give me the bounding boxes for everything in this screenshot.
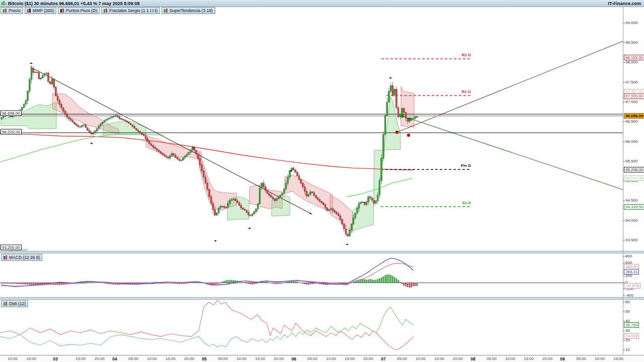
- time-axis-day-label: 04: [112, 356, 117, 361]
- time-axis-label: 05:00: [487, 356, 497, 361]
- indicator-button-dmi[interactable]: DMI (12): [1, 300, 28, 307]
- time-axis-label: 10:00: [147, 356, 157, 361]
- time-axis-label: 15:00: [166, 356, 176, 361]
- time-axis-day-label: 09: [560, 356, 565, 361]
- chart-canvas[interactable]: [0, 0, 644, 362]
- price-axis-label: 96.000: [625, 139, 637, 144]
- time-axis[interactable]: 10:0015:000315:0020:000405:0010:0015:002…: [0, 355, 644, 362]
- time-axis-label: 10:00: [505, 356, 515, 361]
- time-axis-label: 20:00: [184, 356, 194, 361]
- axis-value-box: 35,760: [624, 322, 639, 328]
- pivot-label: Piv D: [461, 163, 471, 168]
- time-axis-label: 05:00: [576, 356, 586, 361]
- axis-value-box: 98.155,50: [624, 55, 644, 60]
- time-axis-day-label: 08: [470, 356, 475, 361]
- time-axis-label: 10:00: [8, 356, 18, 361]
- price-line-label[interactable]: 93.200,00: [1, 245, 22, 250]
- time-axis-label: 10:00: [595, 356, 605, 361]
- time-axis-label: 15:00: [434, 356, 444, 361]
- dmi-axis-label: 30: [625, 328, 630, 333]
- panel-separator[interactable]: [0, 297, 644, 300]
- price-axis-label: 95.500: [625, 159, 637, 163]
- time-axis-day-label: 03: [53, 356, 57, 361]
- time-axis-label: 05:00: [307, 356, 317, 361]
- price-axis-label: 97.500: [625, 80, 637, 84]
- time-axis-label: 20:00: [453, 356, 463, 361]
- price-axis-label: 99.000: [625, 21, 637, 25]
- time-axis-day-label: 06: [291, 356, 296, 361]
- time-axis-label: 15:00: [345, 356, 355, 361]
- price-line-label[interactable]: 96.698,00: [1, 111, 22, 116]
- macd-panel: [0, 258, 623, 288]
- indicator-button-macd[interactable]: MACD (12 26 9): [1, 254, 42, 261]
- time-axis-label: 20:00: [363, 356, 373, 361]
- axis-value-box: 96.656,00: [624, 113, 644, 119]
- dmi-panel: [0, 300, 414, 350]
- price-axis-label: 93.500: [625, 238, 637, 242]
- time-axis-label: 10:00: [326, 356, 336, 361]
- time-axis-label: 15:00: [524, 356, 534, 361]
- price-axis-label: 98.000: [625, 60, 637, 64]
- time-axis-label: 15:00: [255, 356, 265, 361]
- time-axis-label: 20:00: [274, 356, 284, 361]
- time-axis-label: 15:00: [613, 356, 623, 361]
- price-line-label[interactable]: 96.220,00: [1, 129, 22, 135]
- dmi-axis-label: 50: [625, 309, 630, 314]
- axis-value-box: 97.200,00: [624, 94, 644, 99]
- price-axis-border: [623, 7, 623, 354]
- time-axis-label: 20:00: [542, 356, 552, 361]
- time-axis-label: 15:00: [26, 356, 36, 361]
- axis-value-box: 24,029: [624, 333, 639, 339]
- time-axis-label: 05:00: [218, 356, 228, 361]
- dmi-axis-label: 10: [625, 347, 630, 352]
- dmi-icon: [4, 302, 8, 306]
- panel-separator[interactable]: [0, 251, 644, 253]
- price-axis-label: 94.500: [625, 198, 637, 203]
- time-axis-day-label: 05: [202, 356, 206, 361]
- pivot-label: R1 D: [462, 89, 471, 94]
- price-axis-label: 98.500: [625, 40, 637, 45]
- time-axis-label: 15:00: [75, 356, 86, 361]
- axis-value-box: 94.339,50: [624, 204, 644, 210]
- macd-icon: [4, 255, 8, 260]
- time-axis-day-label: 07: [381, 356, 385, 361]
- time-axis-label: 05:00: [397, 356, 407, 361]
- chart-window: Bitcoin ($1) 30 minutos 96.656,01 +0,43 …: [0, 0, 644, 362]
- axis-value-box: -97,578: [624, 283, 640, 289]
- price-axis-label: 94.000: [625, 218, 637, 223]
- axis-value-box: 95.070,48: [624, 175, 644, 181]
- pivot-label: S1 D: [462, 201, 471, 205]
- time-axis-label: 20:00: [95, 356, 105, 361]
- axis-value-box: 95.295,00: [624, 167, 644, 172]
- pivot-label: R2 D: [462, 53, 471, 57]
- price-axis-label: 97.000: [625, 100, 637, 104]
- time-axis-label: 10:00: [236, 356, 247, 361]
- time-axis-label: 10:00: [416, 356, 426, 361]
- time-axis-label: 05:00: [128, 356, 138, 361]
- macd-axis-label: 800: [625, 254, 632, 258]
- axis-value-box: 368,31: [624, 269, 639, 275]
- dmi-axis-label: 60: [625, 300, 630, 304]
- price-axis-label: 96.500: [625, 119, 637, 124]
